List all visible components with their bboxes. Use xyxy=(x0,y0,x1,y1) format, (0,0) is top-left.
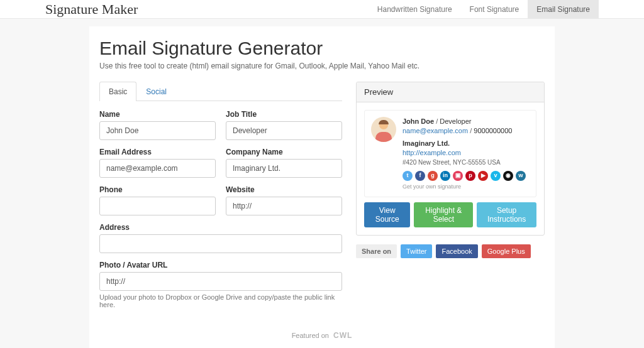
preview-heading: Preview xyxy=(357,82,544,102)
email-label: Email Address xyxy=(99,148,216,156)
preview-address: #420 New Street, NYC-55555 USA xyxy=(402,158,526,167)
photo-url-help: Upload your photo to Dropbox or Google D… xyxy=(99,293,342,308)
preview-tagline[interactable]: Get your own signature xyxy=(402,183,526,191)
preview-job: Developer xyxy=(440,117,471,125)
instagram-icon[interactable]: ▣ xyxy=(453,171,463,181)
address-label: Address xyxy=(99,223,342,232)
featured-logo: CWL xyxy=(333,331,352,340)
preview-sep1: / xyxy=(434,117,440,125)
preview-sep2: / xyxy=(468,127,474,134)
brand-logo[interactable]: Signature Maker xyxy=(45,1,138,18)
preview-phone: 9000000000 xyxy=(474,127,512,134)
signature-card: John Doe / Developer name@example.com / … xyxy=(364,110,536,197)
nav-links: Handwritten Signature Font Signature Ema… xyxy=(369,0,599,19)
form-tabs: Basic Social xyxy=(99,82,342,101)
vimeo-icon[interactable]: v xyxy=(491,171,501,181)
setup-instructions-button[interactable]: Setup Instructions xyxy=(477,202,536,227)
google-plus-icon[interactable]: g xyxy=(428,171,438,181)
address-input[interactable] xyxy=(99,234,342,253)
wordpress-icon[interactable]: w xyxy=(516,171,526,181)
linkedin-icon[interactable]: in xyxy=(440,171,450,181)
preview-name: John Doe xyxy=(402,117,434,125)
nav-font-signature[interactable]: Font Signature xyxy=(461,0,528,19)
twitter-icon[interactable]: t xyxy=(402,171,413,181)
main-container: Email Signature Generator Use this free … xyxy=(89,26,555,348)
share-twitter-button[interactable]: Twitter xyxy=(401,244,432,258)
email-input[interactable] xyxy=(99,159,216,178)
website-input[interactable] xyxy=(226,197,342,215)
youtube-icon[interactable]: ▶ xyxy=(478,171,488,181)
company-input[interactable] xyxy=(226,159,342,178)
facebook-icon[interactable]: f xyxy=(415,171,425,181)
view-source-button[interactable]: View Source xyxy=(364,202,410,227)
page-subtitle: Use this free tool to create (html) emai… xyxy=(99,62,545,70)
tab-social[interactable]: Social xyxy=(136,82,176,101)
preview-company: Imaginary Ltd. xyxy=(402,139,450,147)
pinterest-icon[interactable]: p xyxy=(465,171,475,181)
page-title: Email Signature Generator xyxy=(99,38,545,59)
preview-column: Preview John Doe / Developer name@exampl… xyxy=(356,82,545,316)
job-title-label: Job Title xyxy=(226,110,342,119)
job-title-input[interactable] xyxy=(226,121,342,140)
website-label: Website xyxy=(226,185,342,194)
phone-label: Phone xyxy=(99,185,216,194)
share-google-plus-button[interactable]: Google Plus xyxy=(482,244,531,258)
featured-on: Featured on CWL xyxy=(99,316,545,346)
company-label: Company Name xyxy=(226,148,342,156)
preview-social-icons: t f g in ▣ p ▶ v ◉ w xyxy=(402,171,526,181)
avatar xyxy=(371,117,396,142)
name-input[interactable] xyxy=(99,121,216,140)
form-column: Basic Social Name Job Title Email Addres… xyxy=(99,82,342,316)
share-on-label: Share on xyxy=(356,244,397,258)
highlight-select-button[interactable]: Highlight & Select xyxy=(414,202,473,227)
preview-email[interactable]: name@example.com xyxy=(402,127,468,134)
nav-email-signature[interactable]: Email Signature xyxy=(528,0,599,19)
photo-url-label: Photo / Avatar URL xyxy=(99,261,342,269)
nav-handwritten-signature[interactable]: Handwritten Signature xyxy=(369,0,461,19)
top-nav-bar: Signature Maker Handwritten Signature Fo… xyxy=(0,0,644,19)
name-label: Name xyxy=(99,110,216,119)
photo-url-input[interactable] xyxy=(99,272,342,291)
steam-icon[interactable]: ◉ xyxy=(503,171,513,181)
preview-panel: Preview John Doe / Developer name@exampl… xyxy=(356,82,545,236)
preview-website[interactable]: http://example.com xyxy=(402,149,461,156)
tab-basic[interactable]: Basic xyxy=(99,82,136,101)
phone-input[interactable] xyxy=(99,197,216,215)
share-facebook-button[interactable]: Facebook xyxy=(436,244,477,258)
featured-text: Featured on xyxy=(292,332,329,339)
share-row: Share on Twitter Facebook Google Plus xyxy=(356,244,545,258)
